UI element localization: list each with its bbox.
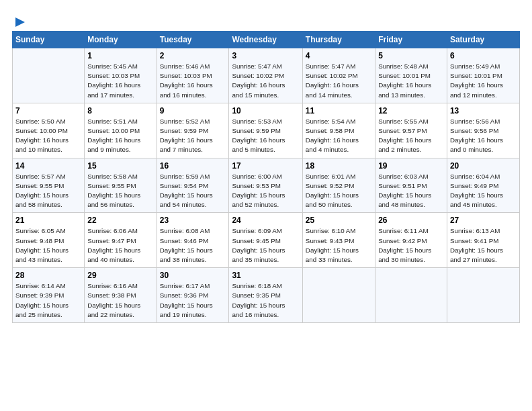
- calendar-container: General SundayMondayTuesdayWedn: [0, 0, 532, 330]
- calendar-cell: 1Sunrise: 5:45 AMSunset: 10:03 PMDayligh…: [85, 48, 157, 103]
- calendar-cell: 15Sunrise: 5:58 AMSunset: 9:55 PMDayligh…: [85, 158, 157, 213]
- calendar-cell: 16Sunrise: 5:59 AMSunset: 9:54 PMDayligh…: [157, 158, 229, 213]
- calendar-cell: 19Sunrise: 6:03 AMSunset: 9:51 PMDayligh…: [375, 158, 447, 213]
- calendar-cell: 6Sunrise: 5:49 AMSunset: 10:01 PMDayligh…: [447, 48, 519, 103]
- calendar-cell: [375, 268, 447, 323]
- cell-info: Sunrise: 6:09 AMSunset: 9:45 PMDaylight:…: [232, 226, 299, 265]
- day-number: 17: [232, 161, 299, 171]
- cell-info: Sunrise: 6:00 AMSunset: 9:53 PMDaylight:…: [232, 172, 299, 210]
- day-number: 24: [232, 216, 299, 225]
- calendar-cell: 14Sunrise: 5:57 AMSunset: 9:55 PMDayligh…: [13, 158, 85, 213]
- day-number: 25: [306, 216, 372, 225]
- weekday-header: Monday: [85, 32, 157, 48]
- logo-full: [12, 15, 28, 26]
- cell-info: Sunrise: 5:45 AMSunset: 10:03 PMDaylight…: [87, 62, 153, 100]
- calendar-cell: 13Sunrise: 5:56 AMSunset: 9:56 PMDayligh…: [447, 103, 519, 158]
- weekday-header-row: SundayMondayTuesdayWednesdayThursdayFrid…: [13, 32, 520, 48]
- day-number: 3: [232, 51, 299, 60]
- calendar-cell: 23Sunrise: 6:08 AMSunset: 9:46 PMDayligh…: [157, 213, 229, 268]
- calendar-cell: 26Sunrise: 6:11 AMSunset: 9:42 PMDayligh…: [375, 213, 447, 268]
- calendar-cell: 22Sunrise: 6:06 AMSunset: 9:47 PMDayligh…: [85, 213, 157, 268]
- day-number: 31: [232, 271, 299, 280]
- cell-info: Sunrise: 5:47 AMSunset: 10:02 PMDaylight…: [232, 62, 299, 100]
- cell-info: Sunrise: 6:11 AMSunset: 9:42 PMDaylight:…: [378, 226, 444, 265]
- calendar-cell: 24Sunrise: 6:09 AMSunset: 9:45 PMDayligh…: [229, 213, 302, 268]
- cell-info: Sunrise: 6:01 AMSunset: 9:52 PMDaylight:…: [306, 172, 372, 210]
- calendar-cell: 5Sunrise: 5:48 AMSunset: 10:01 PMDayligh…: [375, 48, 447, 103]
- day-number: 16: [160, 161, 226, 171]
- day-number: 20: [450, 161, 517, 171]
- cell-info: Sunrise: 5:54 AMSunset: 9:58 PMDaylight:…: [306, 117, 372, 155]
- logo-triangle-icon: [13, 15, 28, 30]
- day-number: 4: [306, 51, 372, 60]
- cell-info: Sunrise: 6:17 AMSunset: 9:36 PMDaylight:…: [160, 281, 226, 320]
- calendar-cell: 8Sunrise: 5:51 AMSunset: 10:00 PMDayligh…: [85, 103, 157, 158]
- cell-info: Sunrise: 6:18 AMSunset: 9:35 PMDaylight:…: [232, 281, 299, 320]
- day-number: 15: [87, 161, 153, 171]
- cell-info: Sunrise: 5:58 AMSunset: 9:55 PMDaylight:…: [87, 172, 153, 210]
- cell-info: Sunrise: 5:50 AMSunset: 10:00 PMDaylight…: [15, 117, 81, 155]
- cell-info: Sunrise: 5:55 AMSunset: 9:57 PMDaylight:…: [378, 117, 444, 155]
- cell-info: Sunrise: 5:51 AMSunset: 10:00 PMDaylight…: [87, 117, 153, 155]
- day-number: 2: [160, 51, 226, 60]
- calendar-cell: 11Sunrise: 5:54 AMSunset: 9:58 PMDayligh…: [302, 103, 375, 158]
- day-number: 12: [378, 106, 444, 116]
- weekday-header: Sunday: [13, 32, 85, 48]
- cell-info: Sunrise: 6:04 AMSunset: 9:49 PMDaylight:…: [450, 172, 517, 210]
- calendar-cell: 2Sunrise: 5:46 AMSunset: 10:03 PMDayligh…: [157, 48, 229, 103]
- calendar-week-row: 1Sunrise: 5:45 AMSunset: 10:03 PMDayligh…: [13, 48, 520, 103]
- day-number: 10: [232, 106, 299, 116]
- cell-info: Sunrise: 6:13 AMSunset: 9:41 PMDaylight:…: [450, 226, 517, 265]
- day-number: 18: [306, 161, 372, 171]
- calendar-cell: [447, 268, 519, 323]
- cell-info: Sunrise: 6:03 AMSunset: 9:51 PMDaylight:…: [378, 172, 444, 210]
- calendar-cell: 29Sunrise: 6:16 AMSunset: 9:38 PMDayligh…: [85, 268, 157, 323]
- svg-marker-1: [15, 17, 25, 27]
- calendar-week-row: 7Sunrise: 5:50 AMSunset: 10:00 PMDayligh…: [13, 103, 520, 158]
- day-number: 6: [450, 51, 517, 60]
- day-number: 8: [87, 106, 153, 116]
- weekday-header: Saturday: [447, 32, 519, 48]
- calendar-table: SundayMondayTuesdayWednesdayThursdayFrid…: [12, 31, 520, 323]
- calendar-cell: 25Sunrise: 6:10 AMSunset: 9:43 PMDayligh…: [302, 213, 375, 268]
- cell-info: Sunrise: 6:06 AMSunset: 9:47 PMDaylight:…: [87, 226, 153, 265]
- day-number: 19: [378, 161, 444, 171]
- calendar-week-row: 28Sunrise: 6:14 AMSunset: 9:39 PMDayligh…: [13, 268, 520, 323]
- day-number: 13: [450, 106, 517, 116]
- day-number: 23: [160, 216, 226, 225]
- calendar-cell: 20Sunrise: 6:04 AMSunset: 9:49 PMDayligh…: [447, 158, 519, 213]
- calendar-cell: 27Sunrise: 6:13 AMSunset: 9:41 PMDayligh…: [447, 213, 519, 268]
- day-number: 30: [160, 271, 226, 280]
- day-number: 5: [378, 51, 444, 60]
- calendar-week-row: 14Sunrise: 5:57 AMSunset: 9:55 PMDayligh…: [13, 158, 520, 213]
- day-number: 11: [306, 106, 372, 116]
- calendar-cell: 28Sunrise: 6:14 AMSunset: 9:39 PMDayligh…: [13, 268, 85, 323]
- day-number: 1: [87, 51, 153, 60]
- calendar-cell: 21Sunrise: 6:05 AMSunset: 9:48 PMDayligh…: [13, 213, 85, 268]
- day-number: 9: [160, 106, 226, 116]
- calendar-cell: 4Sunrise: 5:47 AMSunset: 10:02 PMDayligh…: [302, 48, 375, 103]
- weekday-header: Friday: [375, 32, 447, 48]
- calendar-cell: 31Sunrise: 6:18 AMSunset: 9:35 PMDayligh…: [229, 268, 302, 323]
- calendar-cell: 17Sunrise: 6:00 AMSunset: 9:53 PMDayligh…: [229, 158, 302, 213]
- cell-info: Sunrise: 5:57 AMSunset: 9:55 PMDaylight:…: [15, 172, 81, 210]
- calendar-cell: 3Sunrise: 5:47 AMSunset: 10:02 PMDayligh…: [229, 48, 302, 103]
- day-number: 21: [15, 216, 81, 225]
- cell-info: Sunrise: 5:48 AMSunset: 10:01 PMDaylight…: [378, 62, 444, 100]
- cell-info: Sunrise: 5:56 AMSunset: 9:56 PMDaylight:…: [450, 117, 517, 155]
- cell-info: Sunrise: 5:46 AMSunset: 10:03 PMDaylight…: [160, 62, 226, 100]
- cell-info: Sunrise: 6:08 AMSunset: 9:46 PMDaylight:…: [160, 226, 226, 265]
- calendar-week-row: 21Sunrise: 6:05 AMSunset: 9:48 PMDayligh…: [13, 213, 520, 268]
- calendar-cell: 10Sunrise: 5:53 AMSunset: 9:59 PMDayligh…: [229, 103, 302, 158]
- cell-info: Sunrise: 5:53 AMSunset: 9:59 PMDaylight:…: [232, 117, 299, 155]
- weekday-header: Wednesday: [229, 32, 302, 48]
- cell-info: Sunrise: 5:49 AMSunset: 10:01 PMDaylight…: [450, 62, 517, 100]
- calendar-cell: 30Sunrise: 6:17 AMSunset: 9:36 PMDayligh…: [157, 268, 229, 323]
- calendar-cell: 7Sunrise: 5:50 AMSunset: 10:00 PMDayligh…: [13, 103, 85, 158]
- cell-info: Sunrise: 6:10 AMSunset: 9:43 PMDaylight:…: [306, 226, 372, 265]
- calendar-cell: [302, 268, 375, 323]
- day-number: 27: [450, 216, 517, 225]
- cell-info: Sunrise: 5:52 AMSunset: 9:59 PMDaylight:…: [160, 117, 226, 155]
- weekday-header: Thursday: [302, 32, 375, 48]
- cell-info: Sunrise: 6:05 AMSunset: 9:48 PMDaylight:…: [15, 226, 81, 265]
